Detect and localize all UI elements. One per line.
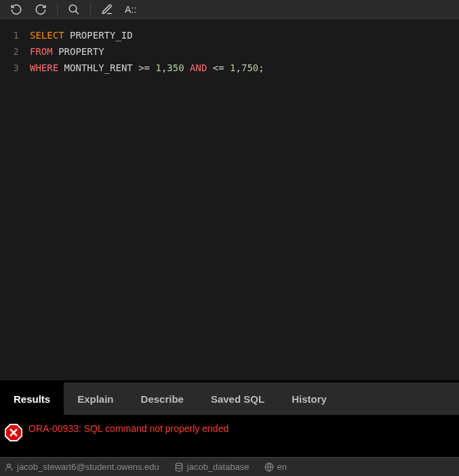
line-gutter: 123	[0, 19, 24, 380]
undo-icon[interactable]	[5, 1, 27, 18]
tab-saved-sql[interactable]: Saved SQL	[197, 382, 278, 415]
tab-history[interactable]: History	[278, 382, 340, 415]
status-language[interactable]: en	[264, 462, 287, 472]
svg-point-0	[69, 5, 77, 12]
toolbar: A::	[0, 0, 459, 19]
toolbar-divider	[57, 3, 58, 16]
status-database-text: jacob_database	[187, 462, 250, 472]
sql-editor[interactable]: 123 SELECT PROPERTY_IDFROM PROPERTYWHERE…	[0, 19, 459, 380]
line-number: 3	[0, 60, 19, 76]
font-size-label[interactable]: A::	[125, 4, 136, 15]
edit-icon[interactable]	[96, 1, 118, 18]
code-area[interactable]: SELECT PROPERTY_IDFROM PROPERTYWHERE MON…	[24, 19, 459, 380]
svg-line-1	[75, 11, 79, 14]
code-line[interactable]: SELECT PROPERTY_ID	[30, 27, 454, 43]
status-database[interactable]: jacob_database	[174, 462, 250, 472]
results-panel: ResultsExplainDescribeSaved SQLHistory O…	[0, 380, 459, 457]
redo-icon[interactable]	[30, 1, 52, 18]
line-number: 1	[0, 27, 19, 43]
error-icon	[4, 423, 23, 442]
error-message: ORA-00933: SQL command not properly ende…	[28, 422, 228, 434]
tab-results[interactable]: Results	[0, 382, 64, 415]
status-bar: jacob_stewart6@student.owens.edu jacob_d…	[0, 457, 459, 476]
status-user-text: jacob_stewart6@student.owens.edu	[17, 462, 159, 472]
svg-point-5	[7, 464, 11, 467]
code-line[interactable]: FROM PROPERTY	[30, 43, 454, 60]
tab-describe[interactable]: Describe	[127, 382, 197, 415]
result-tabs: ResultsExplainDescribeSaved SQLHistory	[0, 382, 459, 415]
line-number: 2	[0, 43, 19, 60]
search-icon[interactable]	[63, 1, 85, 18]
error-area: ORA-00933: SQL command not properly ende…	[0, 415, 459, 457]
code-line[interactable]: WHERE MONTHLY_RENT >= 1,350 AND <= 1,750…	[30, 60, 454, 76]
status-user[interactable]: jacob_stewart6@student.owens.edu	[4, 462, 159, 472]
svg-point-6	[176, 463, 182, 466]
status-language-text: en	[277, 462, 287, 472]
tab-explain[interactable]: Explain	[64, 382, 127, 415]
toolbar-divider	[90, 3, 91, 16]
